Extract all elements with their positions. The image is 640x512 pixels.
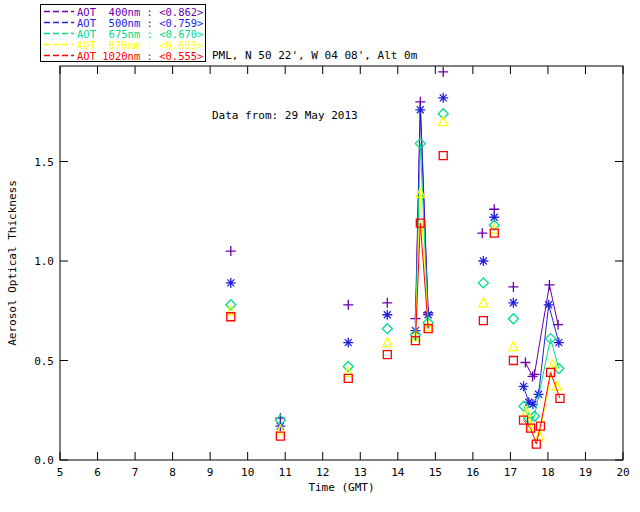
legend-label: AOT 1020nm : <0.555> [77, 50, 203, 62]
x-tick-label: 14 [391, 466, 405, 479]
legend-dash-icon [43, 18, 75, 27]
legend-entry-4: AOT 1020nm : <0.555> [43, 50, 203, 61]
asterisk-marker-500nm [343, 338, 353, 348]
diamond-marker-675nm [382, 324, 392, 334]
x-tick-label: 18 [541, 466, 554, 479]
diamond-marker-675nm [478, 278, 488, 288]
asterisk-marker-500nm [478, 256, 488, 266]
triangle-marker-870nm [383, 338, 392, 347]
plus-marker-400nm [382, 298, 392, 308]
plus-marker-400nm [529, 369, 539, 379]
legend-entry-1: AOT 500nm : <0.759> [43, 17, 203, 28]
plus-marker-400nm [343, 300, 353, 310]
plus-marker-400nm [528, 371, 538, 381]
x-tick-label: 19 [579, 466, 592, 479]
triangle-marker-870nm [439, 117, 448, 126]
triangle-marker-870nm [479, 298, 488, 307]
aot-plot-window: 5678910111213141516171819200.00.51.01.5T… [0, 0, 640, 512]
plus-marker-400nm [508, 282, 518, 292]
data-date-text: Data from: 29 May 2013 [212, 106, 417, 126]
x-tick-label: 10 [241, 466, 254, 479]
asterisk-marker-500nm [438, 93, 448, 103]
legend-entry-3: AOT 870nm : <0.603> [43, 39, 203, 50]
triangle-marker-870nm [509, 342, 518, 351]
square-marker-1020nm [344, 374, 352, 382]
plus-marker-400nm [544, 280, 554, 290]
legend-dash-icon [43, 51, 75, 60]
plus-marker-400nm [438, 67, 448, 77]
x-tick-label: 13 [354, 466, 367, 479]
x-tick-label: 20 [616, 466, 629, 479]
y-axis-label: Aerosol Optical Thickness [6, 180, 19, 346]
x-axis-label: Time (GMT) [308, 481, 374, 494]
x-tick-label: 6 [94, 466, 101, 479]
legend-entry-2: AOT 675nm : <0.670> [43, 28, 203, 39]
square-marker-1020nm [383, 351, 391, 359]
plus-marker-400nm [520, 357, 530, 367]
diamond-marker-675nm [508, 314, 518, 324]
x-tick-label: 5 [57, 466, 64, 479]
asterisk-marker-500nm [226, 278, 236, 288]
x-tick-label: 16 [466, 466, 479, 479]
y-tick-label: 0.0 [34, 454, 54, 467]
x-tick-label: 11 [279, 466, 292, 479]
square-marker-1020nm [479, 317, 487, 325]
square-marker-1020nm [227, 313, 235, 321]
asterisk-marker-500nm [382, 310, 392, 320]
chart-legend: AOT 400nm : <0.862>AOT 500nm : <0.759>AO… [40, 4, 206, 62]
legend-dash-icon [43, 29, 75, 38]
x-tick-label: 7 [132, 466, 139, 479]
square-marker-1020nm [509, 357, 517, 365]
asterisk-marker-500nm [508, 298, 518, 308]
plus-marker-400nm [226, 246, 236, 256]
x-tick-label: 17 [504, 466, 517, 479]
legend-entry-0: AOT 400nm : <0.862> [43, 6, 203, 17]
plus-marker-400nm [477, 228, 487, 238]
x-tick-label: 15 [429, 466, 442, 479]
square-marker-1020nm [276, 432, 284, 440]
x-tick-label: 8 [169, 466, 176, 479]
station-location-text: PML, N 50 22', W 04 08', Alt 0m [212, 46, 417, 66]
x-tick-label: 9 [207, 466, 214, 479]
x-tick-label: 12 [316, 466, 329, 479]
y-tick-label: 1.5 [34, 156, 54, 169]
square-marker-1020nm [439, 152, 447, 160]
legend-dash-icon [43, 40, 75, 49]
chart-header: PML, N 50 22', W 04 08', Alt 0m Data fro… [212, 6, 417, 166]
y-tick-label: 0.5 [34, 355, 54, 368]
y-tick-label: 1.0 [34, 255, 54, 268]
asterisk-marker-500nm [519, 381, 529, 391]
asterisk-marker-500nm [544, 300, 554, 310]
legend-dash-icon [43, 7, 75, 16]
